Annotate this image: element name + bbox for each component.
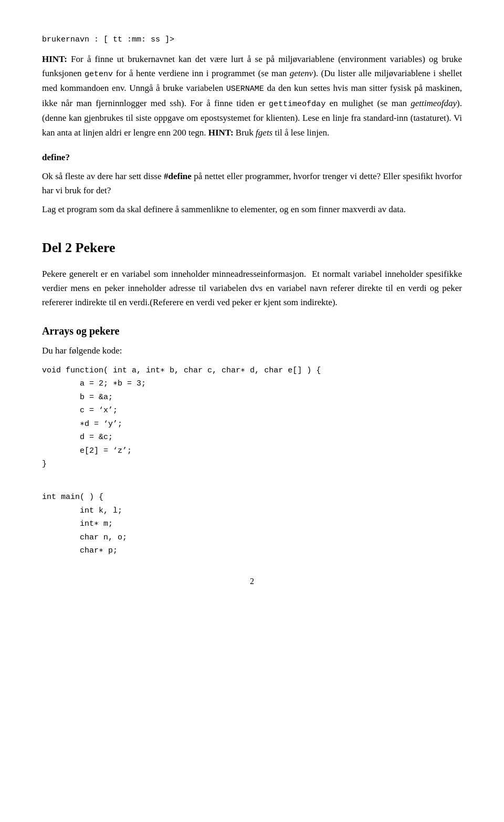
hint2-label: HINT: [208,128,234,138]
arrays-intro: Du har følgende kode: [42,344,462,358]
fgets-italic: fgets [256,128,272,138]
gettimeofday-italic: gettimeofday [411,98,457,108]
define-hash: #define [164,171,192,181]
hint-paragraph: HINT: For å finne ut brukernavnet kan de… [42,52,462,140]
getenv-inline: getenv [85,70,113,79]
hint-block: HINT: For å finne ut brukernavnet kan de… [42,52,462,140]
username-block: brukernavn : [ tt :mm: ss ]> [42,32,462,47]
define-section: define? Ok så fleste av dere har sett di… [42,150,462,216]
define-keyword: define? [42,152,70,162]
page-number-value: 2 [250,577,254,586]
main-code-block: int main( ) { int k, l; int∗ m; char n, … [42,477,462,558]
getenv-italic: getenv [290,68,313,78]
define-question-label: define? [42,150,462,164]
pekere-intro-block: Pekere generelt er en variabel som inneh… [42,267,462,310]
pekere-intro-para: Pekere generelt er en variabel som inneh… [42,267,462,310]
page-number: 2 [42,575,462,588]
username-var: USERNAME [226,85,264,93]
define-para1: Ok så fleste av dere har sett disse #def… [42,169,462,197]
gettimeofday-inline: gettimeofday [269,100,326,109]
del2-heading: Del 2 Pekere [42,237,462,259]
arrays-heading: Arrays og pekere [42,322,462,339]
define-para2: Lag et program som da skal definere å sa… [42,202,462,216]
username-code: brukernavn : [ tt :mm: ss ]> [42,35,174,44]
hint-label: HINT: [42,54,67,64]
arrays-intro-para: Du har følgende kode: [42,344,462,358]
function-code-block: void function( int a, int∗ b, char c, ch… [42,364,462,471]
page-content: brukernavn : [ tt :mm: ss ]> HINT: For å… [42,32,462,558]
username-line: brukernavn : [ tt :mm: ss ]> [42,32,462,47]
